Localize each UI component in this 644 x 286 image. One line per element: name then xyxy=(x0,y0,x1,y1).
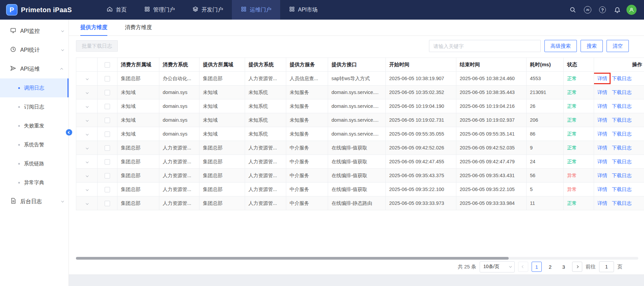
next-page-button[interactable] xyxy=(572,262,582,272)
horizontal-scrollbar[interactable] xyxy=(76,257,638,260)
detail-link[interactable]: 详情 xyxy=(597,145,607,150)
row-checkbox[interactable] xyxy=(105,159,110,165)
row-expand-icon[interactable] xyxy=(86,133,88,135)
horizontal-scrollbar-thumb[interactable] xyxy=(76,257,509,260)
detail-link[interactable]: 详情 xyxy=(597,200,607,206)
column-header: 结束时间 xyxy=(456,58,527,72)
sidebar-collapse-button[interactable] xyxy=(66,129,72,136)
detail-link[interactable]: 详情 xyxy=(597,103,607,109)
download-log-link[interactable]: 下载日志 xyxy=(612,200,632,206)
detail-link[interactable]: 详情 xyxy=(597,159,607,164)
table-cell: 未知系统 xyxy=(245,99,286,113)
row-expand-icon[interactable] xyxy=(86,77,88,80)
sidebar-item-subscribe-log[interactable]: 订阅日志 xyxy=(0,97,69,116)
bullet-dot-icon xyxy=(18,163,20,165)
page-number-1[interactable]: 1 xyxy=(532,262,542,272)
detail-link[interactable]: 详情 xyxy=(597,76,607,81)
sidebar-item-api-ops[interactable]: API运维 xyxy=(0,59,69,78)
table-cell: 2025-06-05 09:33:33.984 xyxy=(456,196,527,210)
table-row: 集团总部人力资源管...集团总部人力资源管...中介服务在线编排-值获取2025… xyxy=(76,183,644,196)
sidebar-item-backend-log[interactable]: 后台日志 xyxy=(0,192,69,211)
page-number-2[interactable]: 2 xyxy=(545,262,555,272)
sidebar-item-failure-resend[interactable]: 失败重发 xyxy=(0,116,69,135)
primary-nav: 首页 管理门户 开发门户 运维门户 API市场 xyxy=(98,0,326,20)
detail-link[interactable]: 详情 xyxy=(597,131,607,137)
column-header: 状态 xyxy=(564,58,594,72)
notification-bell-icon[interactable] xyxy=(612,4,623,16)
page-number-3[interactable]: 3 xyxy=(559,262,569,272)
row-checkbox[interactable] xyxy=(105,76,110,81)
download-log-link[interactable]: 下载日志 xyxy=(612,76,632,81)
prev-page-button[interactable] xyxy=(518,262,528,272)
row-expand-icon[interactable] xyxy=(86,105,88,108)
user-avatar[interactable] xyxy=(626,5,637,15)
ai-assistant-icon[interactable]: AI xyxy=(582,4,593,16)
keyword-search-input[interactable] xyxy=(429,40,541,52)
table-cell: 206 xyxy=(527,113,564,127)
row-expand-icon[interactable] xyxy=(86,160,88,163)
table-cell: 2025-06-05 09:33:33.973 xyxy=(386,196,456,210)
row-expand-icon[interactable] xyxy=(86,188,88,191)
sidebar-item-call-log[interactable]: 调用日志 xyxy=(0,78,69,97)
search-icon[interactable] xyxy=(567,4,579,16)
row-expand-icon[interactable] xyxy=(86,91,88,94)
download-log-link[interactable]: 下载日志 xyxy=(612,145,632,150)
download-log-link[interactable]: 下载日志 xyxy=(612,90,632,95)
nav-item-ops-portal[interactable]: 运维门户 xyxy=(232,0,280,20)
batch-download-button[interactable]: 批量下载日志 xyxy=(76,40,118,52)
download-log-link[interactable]: 下载日志 xyxy=(612,159,632,164)
clear-button[interactable]: 清空 xyxy=(607,40,629,52)
table-cell: 中介服务 xyxy=(286,183,328,196)
sidebar-item-system-trace[interactable]: 系统链路 xyxy=(0,154,69,173)
select-all-checkbox[interactable] xyxy=(105,62,110,68)
nav-item-dev-portal[interactable]: 开发门户 xyxy=(184,0,232,20)
status-text: 正常 xyxy=(567,200,577,206)
tab-consumer-dimension[interactable]: 消费方维度 xyxy=(125,20,152,35)
page-size-select[interactable]: 10条/页 xyxy=(480,261,515,272)
row-checkbox[interactable] xyxy=(105,118,110,123)
advanced-search-button[interactable]: 高级搜索 xyxy=(544,40,577,52)
page-size-value: 10条/页 xyxy=(483,264,499,270)
help-icon[interactable]: ? xyxy=(597,4,608,16)
tab-provider-dimension[interactable]: 提供方维度 xyxy=(80,20,107,35)
download-log-link[interactable]: 下载日志 xyxy=(612,103,632,109)
sidebar-item-api-stats[interactable]: API统计 xyxy=(0,41,69,59)
download-log-link[interactable]: 下载日志 xyxy=(612,173,632,178)
table-cell: 集团总部 xyxy=(199,169,245,183)
table-cell: 人力资源管... xyxy=(159,169,199,183)
row-expand-icon[interactable] xyxy=(86,119,88,121)
detail-link[interactable]: 详情 xyxy=(597,90,607,95)
row-expand-icon[interactable] xyxy=(86,174,88,177)
row-checkbox[interactable] xyxy=(105,132,110,137)
download-log-link[interactable]: 下载日志 xyxy=(612,117,632,123)
row-checkbox[interactable] xyxy=(105,104,110,109)
row-checkbox[interactable] xyxy=(105,201,110,206)
row-checkbox[interactable] xyxy=(105,173,110,178)
row-checkbox[interactable] xyxy=(105,187,110,192)
download-log-link[interactable]: 下载日志 xyxy=(612,187,632,192)
goto-page-input[interactable] xyxy=(599,261,614,272)
search-button[interactable]: 搜索 xyxy=(581,40,603,52)
table-cell: domain.sys xyxy=(159,127,199,141)
sidebar-item-api-monitor[interactable]: API监控 xyxy=(0,22,69,41)
row-expand-icon[interactable] xyxy=(86,202,88,205)
detail-link[interactable]: 详情 xyxy=(597,173,607,178)
sidebar-item-system-alert[interactable]: 系统告警 xyxy=(0,135,69,154)
table-cell: 未知域 xyxy=(117,127,159,141)
sidebar-item-exception-dict[interactable]: 异常字典 xyxy=(0,173,69,192)
row-expand-icon[interactable] xyxy=(86,146,88,149)
table-cell: 未知域 xyxy=(199,127,245,141)
row-checkbox[interactable] xyxy=(105,145,110,151)
table-cell: 未知服务 xyxy=(286,99,328,113)
nav-item-home[interactable]: 首页 xyxy=(98,0,135,20)
row-checkbox[interactable] xyxy=(105,90,110,95)
nav-item-api-market[interactable]: API市场 xyxy=(280,0,326,20)
column-header: 操作 xyxy=(594,58,644,72)
bullet-dot-icon xyxy=(18,182,20,184)
column-header: 提供方所属域 xyxy=(199,58,245,72)
detail-link[interactable]: 详情 xyxy=(597,117,607,123)
download-log-link[interactable]: 下载日志 xyxy=(612,131,632,137)
detail-link[interactable]: 详情 xyxy=(597,187,607,192)
nav-item-label: API市场 xyxy=(298,6,318,14)
nav-item-admin-portal[interactable]: 管理门户 xyxy=(135,0,184,20)
